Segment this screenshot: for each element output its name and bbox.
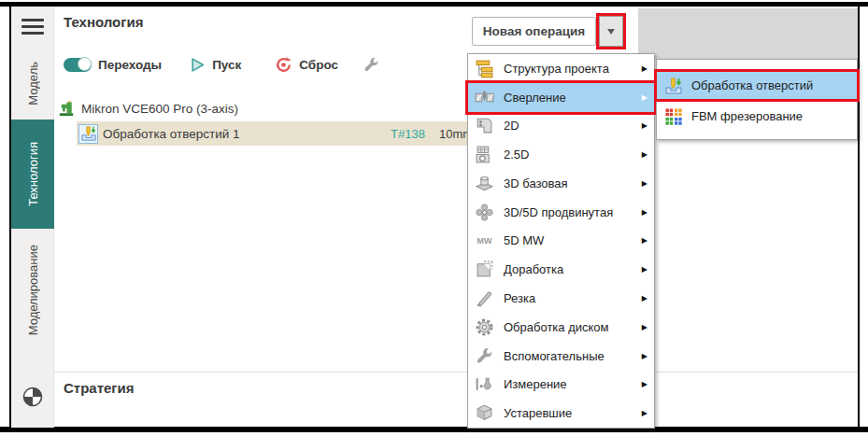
mw-icon: MW	[475, 236, 494, 246]
submenu-arrow-icon: ▶	[642, 380, 647, 388]
measurement-icon	[475, 374, 494, 394]
submenu-arrow-icon: ▶	[642, 352, 647, 360]
menu-item-3d-5d-advanced[interactable]: 3D/5D продвинутая ▶	[468, 198, 654, 227]
tab-label: Модель	[26, 62, 40, 105]
cutting-icon	[475, 288, 494, 308]
menu-item-5d-mw[interactable]: MW 5D MW ▶	[468, 227, 654, 256]
reset-label: Сброс	[299, 58, 338, 72]
tree-row-machine[interactable]: Mikron VCE600 Pro (3-axis)	[58, 98, 238, 120]
new-operation-dropdown-arrow[interactable]	[599, 16, 623, 47]
submenu-arrow-icon: ▶	[642, 64, 647, 73]
run-label: Пуск	[212, 58, 241, 72]
submenu-arrow-icon: ▶	[642, 323, 647, 331]
hole-machining-icon	[664, 77, 683, 95]
menu-item-label: 2D	[504, 119, 519, 133]
fbm-milling-icon	[664, 107, 683, 126]
wrench-icon	[363, 56, 380, 74]
submenu-arrow-icon: ▶	[642, 150, 647, 159]
app-window: Модель Технология Моделирование Технолог…	[0, 0, 868, 436]
3d-5d-advanced-icon	[475, 203, 494, 222]
section-divider	[54, 372, 858, 373]
menu-item-label: 2.5D	[504, 148, 529, 162]
menu-item-project-structure[interactable]: Структура проекта ▶	[468, 54, 654, 83]
submenu-arrow-icon: ▶	[642, 236, 647, 245]
chevron-down-icon	[607, 29, 615, 35]
frame-bottom	[0, 427, 868, 432]
menu-item-label: 3D базовая	[504, 176, 568, 190]
menu-item-cutting[interactable]: Резка ▶	[468, 284, 654, 313]
submenu-item-hole-machining[interactable]: Обработка отверстий	[657, 72, 857, 99]
tab-label: Моделирование	[26, 245, 40, 335]
run-button[interactable]: Пуск	[190, 57, 241, 73]
sidebar: Модель Технология Моделирование	[11, 7, 54, 428]
sidebar-tab-model[interactable]: Модель	[11, 49, 54, 118]
submenu-arrow-icon: ▶	[642, 121, 647, 130]
menu-item-label: 3D/5D продвинутая	[504, 205, 613, 219]
menu-item-2d[interactable]: 2D ▶	[468, 112, 654, 141]
menu-item-2-5d[interactable]: 2.5D ▶	[468, 140, 654, 169]
menu-item-drilling[interactable]: Сверление ▶	[468, 83, 654, 112]
menu-item-label: Устаревшие	[504, 406, 572, 420]
menu-item-label: Резка	[504, 291, 535, 305]
toolbar: Переходы Пуск Сброс	[64, 54, 380, 75]
tab-label: Технология	[26, 142, 40, 206]
sidebar-tab-technology[interactable]: Технология	[11, 120, 54, 229]
submenu-arrow-icon: ▶	[642, 179, 647, 188]
disk-machining-icon	[475, 317, 494, 337]
reset-button[interactable]: Сброс	[275, 56, 338, 74]
submenu-item-label: Обработка отверстий	[691, 78, 813, 92]
drilling-submenu: Обработка отверстий FBM фрезерование	[656, 59, 858, 140]
play-icon	[190, 57, 206, 73]
2d-icon	[475, 116, 494, 135]
menu-item-label: Сверление	[504, 91, 566, 105]
2-5d-icon	[475, 145, 494, 164]
menu-item-rework[interactable]: Доработка ▶	[468, 255, 654, 284]
sidebar-tab-simulation[interactable]: Моделирование	[11, 232, 54, 348]
project-structure-icon	[475, 59, 494, 78]
submenu-arrow-icon: ▶	[642, 208, 647, 217]
menu-item-auxiliary[interactable]: Вспомогательные ▶	[468, 342, 654, 371]
tree-row-operation-selected[interactable]: Обработка отверстий 1 T#138 10mm S	[77, 121, 478, 146]
machine-name: Mikron VCE600 Pro (3-axis)	[81, 102, 238, 116]
center-of-mass-icon[interactable]	[22, 387, 43, 407]
drilling-icon	[475, 88, 494, 107]
strategy-heading: Стратегия	[64, 380, 135, 396]
3d-basic-icon	[475, 174, 494, 193]
new-operation-button[interactable]: Новая операция	[472, 17, 596, 46]
background-panel	[638, 8, 858, 59]
submenu-arrow-icon: ▶	[642, 265, 647, 274]
menu-item-measurement[interactable]: Измерение ▶	[468, 370, 654, 399]
frame-right	[858, 7, 860, 427]
transitions-label: Переходы	[98, 58, 162, 72]
menu-item-label: Вспомогательные	[504, 349, 605, 363]
wrench-icon	[475, 346, 494, 366]
operation-name: Обработка отверстий 1	[103, 127, 240, 141]
hamburger-icon[interactable]	[21, 19, 44, 35]
menu-item-3d-basic[interactable]: 3D базовая ▶	[468, 169, 654, 198]
menu-item-disk-machining[interactable]: Обработка диском ▶	[468, 313, 654, 342]
submenu-arrow-icon: ▶	[642, 93, 647, 102]
submenu-arrow-icon: ▶	[642, 294, 647, 302]
menu-item-label: 5D MW	[504, 233, 544, 247]
submenu-item-fbm-milling[interactable]: FBM фрезерование	[657, 103, 857, 130]
frame-top	[0, 2, 868, 7]
transitions-toggle[interactable]: Переходы	[64, 58, 162, 72]
operation-tool-ref: T#138	[391, 127, 425, 141]
menu-item-label: Измерение	[504, 377, 567, 391]
machine-icon	[58, 100, 76, 118]
legacy-cube-icon	[475, 403, 494, 423]
rework-icon	[475, 260, 494, 279]
menu-item-legacy[interactable]: Устаревшие ▶	[468, 399, 654, 428]
toggle-switch-on[interactable]	[64, 58, 92, 72]
menu-item-label: Обработка диском	[504, 320, 609, 334]
new-operation-menu: Структура проекта ▶ Сверление ▶ 2D ▶	[467, 53, 655, 429]
hole-machining-icon	[78, 124, 98, 144]
menu-item-label: Доработка	[504, 262, 563, 276]
menu-item-label: Структура проекта	[504, 62, 609, 76]
submenu-item-label: FBM фрезерование	[691, 109, 803, 123]
reset-icon	[275, 56, 292, 74]
settings-button[interactable]	[363, 56, 380, 74]
submenu-arrow-icon: ▶	[642, 409, 647, 417]
page-title: Технология	[64, 14, 143, 30]
